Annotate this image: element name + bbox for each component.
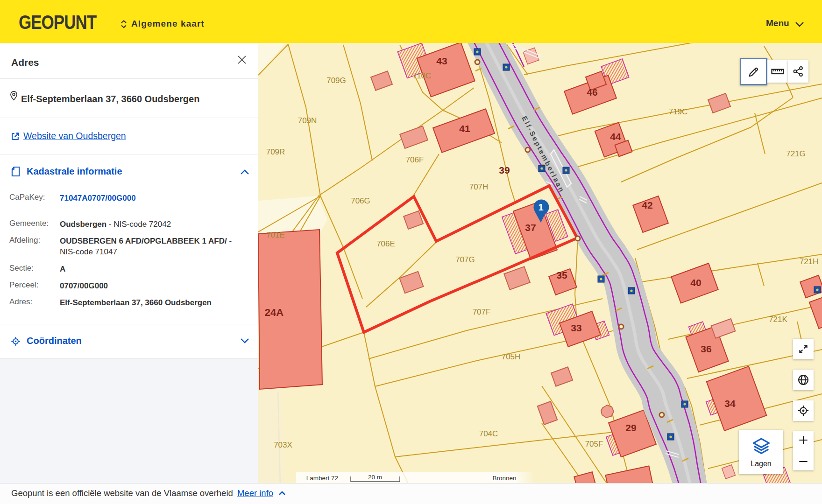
svg-text:44: 44	[610, 131, 621, 142]
svg-text:721H: 721H	[800, 257, 819, 266]
svg-text:Lambert 72: Lambert 72	[306, 475, 338, 482]
svg-text:721K: 721K	[769, 315, 787, 324]
svg-text:709N: 709N	[298, 116, 317, 125]
svg-text:39: 39	[499, 165, 510, 175]
svg-text:Bronnen: Bronnen	[492, 475, 516, 482]
svg-text:35: 35	[556, 270, 567, 280]
svg-text:719C: 719C	[669, 107, 688, 116]
svg-text:705H: 705H	[502, 352, 521, 361]
svg-text:706G: 706G	[351, 196, 370, 205]
svg-text:709G: 709G	[326, 76, 346, 85]
svg-text:705F: 705F	[585, 440, 603, 448]
svg-text:40: 40	[690, 277, 701, 288]
svg-text:20 m: 20 m	[368, 474, 382, 481]
svg-text:24A: 24A	[265, 307, 283, 318]
svg-text:33: 33	[571, 322, 581, 333]
svg-text:704C: 704C	[479, 429, 498, 438]
svg-text:709R: 709R	[266, 147, 285, 156]
svg-text:707F: 707F	[473, 308, 491, 316]
svg-text:707H: 707H	[469, 182, 489, 191]
svg-text:707G: 707G	[455, 255, 475, 264]
svg-text:710C: 710C	[412, 71, 432, 80]
svg-text:721G: 721G	[786, 149, 806, 158]
svg-text:29: 29	[625, 422, 636, 433]
svg-text:37: 37	[525, 222, 536, 233]
svg-text:41: 41	[459, 123, 470, 134]
svg-text:706F: 706F	[406, 155, 424, 164]
svg-text:46: 46	[587, 87, 597, 98]
svg-text:1: 1	[538, 202, 543, 212]
svg-text:36: 36	[701, 343, 711, 354]
svg-text:701E: 701E	[266, 231, 285, 239]
svg-text:43: 43	[436, 56, 447, 66]
svg-text:42: 42	[642, 200, 652, 210]
svg-text:34: 34	[724, 398, 736, 409]
svg-text:703X: 703X	[274, 441, 292, 449]
svg-text:706E: 706E	[376, 239, 395, 248]
